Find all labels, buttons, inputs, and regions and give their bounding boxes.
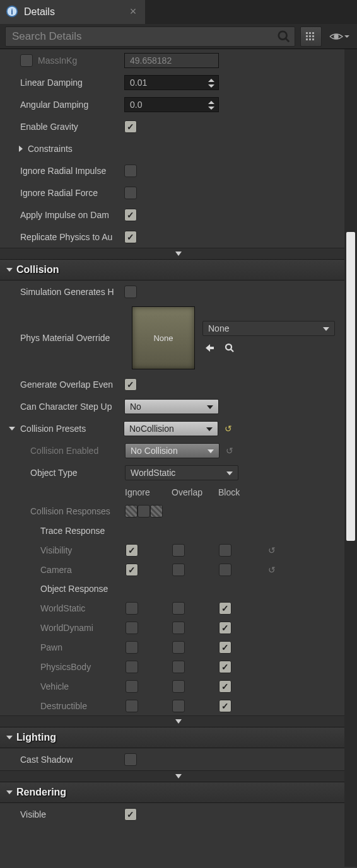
can-char-step-combo[interactable]: No: [124, 399, 219, 414]
camera-overlap[interactable]: [172, 564, 185, 576]
collapse-icon: [9, 427, 15, 431]
collapse-icon: [6, 268, 13, 272]
resp-all-ignore[interactable]: [125, 505, 138, 518]
category-rendering[interactable]: Rendering: [0, 782, 357, 803]
response-headers: Ignore Overlap Block: [0, 483, 357, 501]
ignore-radial-force-checkbox[interactable]: [124, 187, 137, 199]
pawn-block[interactable]: [219, 641, 231, 654]
replicate-physics-checkbox[interactable]: [124, 231, 137, 243]
visibility-block[interactable]: [219, 544, 231, 557]
resp-worlddynamic: WorldDynami: [0, 618, 357, 637]
linear-damping-input[interactable]: 0.01: [124, 75, 219, 90]
prop-object-type: Object Type WorldStatic: [0, 461, 357, 483]
resp-all-overlap[interactable]: [138, 505, 150, 518]
resp-all-block[interactable]: [150, 505, 163, 518]
expand-icon: [19, 146, 23, 152]
enable-gravity-checkbox[interactable]: [124, 120, 137, 133]
reset-icon[interactable]: ↺: [266, 565, 278, 575]
ignore-radial-impulse-checkbox[interactable]: [124, 165, 137, 177]
resp-physicsbody: PhysicsBody: [0, 657, 357, 676]
svg-rect-13: [312, 38, 314, 40]
svg-rect-6: [309, 32, 311, 34]
advanced-expand[interactable]: [0, 770, 357, 782]
destructible-ignore[interactable]: [126, 700, 138, 712]
prop-ignore-radial-impulse: Ignore Radial Impulse: [0, 159, 357, 182]
close-icon[interactable]: ×: [127, 6, 139, 17]
camera-ignore[interactable]: [126, 564, 138, 576]
object-response-group: Object Response: [0, 579, 357, 598]
worldstatic-block[interactable]: [219, 602, 231, 615]
scrollbar-thumb[interactable]: [346, 232, 355, 541]
trace-response-group: Trace Response: [0, 521, 357, 540]
reset-icon[interactable]: ↺: [223, 446, 236, 456]
worlddynamic-ignore[interactable]: [126, 622, 138, 634]
worlddynamic-block[interactable]: [219, 622, 231, 634]
prop-replicate-physics: Replicate Physics to Au: [0, 226, 357, 248]
prop-gen-overlap: Generate Overlap Even: [0, 373, 357, 395]
phys-mat-thumbnail[interactable]: None: [132, 306, 195, 369]
object-type-combo[interactable]: WorldStatic: [125, 465, 238, 480]
collapse-icon: [6, 790, 13, 794]
prop-apply-impulse: Apply Impulse on Dam: [0, 204, 357, 226]
reset-icon[interactable]: ↺: [266, 545, 278, 555]
resp-pawn: Pawn: [0, 637, 357, 657]
vehicle-block[interactable]: [219, 680, 231, 693]
collision-presets-combo[interactable]: NoCollision: [124, 421, 218, 436]
svg-line-16: [231, 349, 234, 352]
collision-enabled-combo[interactable]: No Collision: [125, 443, 219, 458]
mass-checkbox[interactable]: [20, 54, 33, 67]
search-icon[interactable]: [277, 30, 291, 43]
category-collision[interactable]: Collision: [0, 259, 357, 281]
prop-constraints[interactable]: Constraints: [0, 137, 357, 159]
search-box[interactable]: [5, 26, 295, 47]
svg-rect-10: [312, 35, 314, 37]
advanced-expand[interactable]: [0, 715, 357, 727]
svg-rect-7: [312, 32, 314, 34]
details-panel: i Details × MassInKg 49.: [0, 0, 357, 868]
cast-shadow-checkbox[interactable]: [124, 753, 137, 766]
resp-destructible: Destructible: [0, 696, 357, 715]
apply-impulse-checkbox[interactable]: [124, 209, 137, 221]
prop-ignore-radial-force: Ignore Radial Force: [0, 182, 357, 204]
vehicle-ignore[interactable]: [126, 680, 138, 693]
spinner-icon[interactable]: [207, 78, 216, 91]
worldstatic-overlap[interactable]: [172, 602, 185, 615]
pawn-overlap[interactable]: [172, 641, 185, 654]
reset-icon[interactable]: ↺: [222, 424, 235, 434]
worlddynamic-overlap[interactable]: [172, 622, 185, 634]
use-asset-icon[interactable]: [202, 341, 216, 355]
destructible-block[interactable]: [219, 700, 231, 712]
view-options-button[interactable]: [327, 26, 352, 47]
physicsbody-block[interactable]: [219, 661, 231, 673]
camera-block[interactable]: [219, 564, 231, 576]
destructible-overlap[interactable]: [172, 700, 185, 712]
worldstatic-ignore[interactable]: [126, 602, 138, 615]
advanced-expand[interactable]: [0, 248, 357, 259]
physicsbody-overlap[interactable]: [172, 661, 185, 673]
prop-cast-shadow: Cast Shadow: [0, 748, 357, 770]
svg-rect-9: [309, 35, 311, 37]
category-lighting[interactable]: Lighting: [0, 727, 357, 748]
property-matrix-button[interactable]: [300, 26, 322, 47]
prop-collision-presets: Collision Presets NoCollision ↺: [0, 417, 357, 439]
property-scroll-area[interactable]: MassInKg 49.658182 Linear Damping 0.01 A…: [0, 49, 357, 868]
pawn-ignore[interactable]: [126, 641, 138, 654]
vehicle-overlap[interactable]: [172, 680, 185, 693]
details-tab[interactable]: i Details ×: [0, 0, 145, 24]
tab-bar: i Details ×: [0, 0, 357, 24]
gen-overlap-checkbox[interactable]: [124, 378, 137, 391]
angular-damping-input[interactable]: 0.0: [124, 97, 219, 112]
visibility-overlap[interactable]: [172, 544, 185, 557]
browse-asset-icon[interactable]: [223, 341, 237, 355]
search-input[interactable]: [12, 30, 277, 43]
visible-checkbox[interactable]: [124, 808, 137, 821]
resp-vehicle: Vehicle: [0, 676, 357, 696]
spinner-icon[interactable]: [207, 100, 216, 113]
scrollbar[interactable]: [344, 49, 357, 867]
visibility-ignore[interactable]: [126, 544, 138, 557]
svg-text:i: i: [11, 6, 13, 16]
physicsbody-ignore[interactable]: [126, 661, 138, 673]
sim-gen-hits-checkbox[interactable]: [124, 286, 137, 298]
mass-input[interactable]: 49.658182: [124, 53, 219, 68]
phys-mat-combo[interactable]: None: [202, 321, 335, 336]
